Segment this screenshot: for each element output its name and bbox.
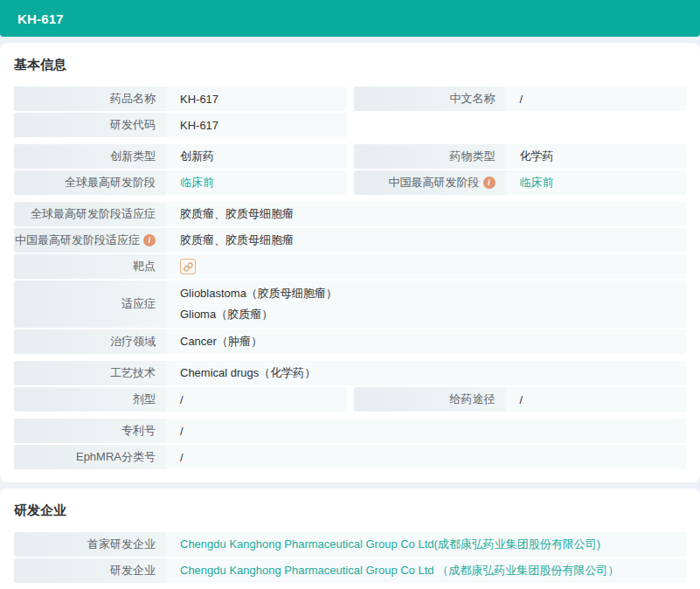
- developer-value: Chengdu Kanghong Pharmaceutical Group Co…: [166, 558, 686, 583]
- field-global-stage: 全球最高研发阶段 临床前: [14, 170, 347, 195]
- page-title: KH-617: [17, 11, 64, 26]
- table-row: 剂型 / 给药途径 /: [14, 387, 686, 412]
- china-stage-indication-label-text: 中国最高研发阶段适应症: [15, 232, 140, 248]
- basic-info-group-1: 药品名称 KH-617 中文名称 / 研发代码 KH-617: [14, 87, 686, 137]
- table-row: 首家研发企业 Chengdu Kanghong Pharmaceutical G…: [14, 532, 686, 557]
- field-drug-type: 药物类型 化学药: [354, 144, 687, 169]
- table-row: 靶点: [14, 254, 686, 279]
- basic-info-card: 基本信息 药品名称 KH-617 中文名称 / 研发代码 KH-617 创新类型: [0, 43, 700, 482]
- indication-line-1: Glioblastoma（胶质母细胞瘤）: [180, 283, 337, 304]
- target-value: [166, 254, 686, 279]
- developer-link[interactable]: Chengdu Kanghong Pharmaceutical Group Co…: [180, 563, 619, 579]
- table-row: 全球最高研发阶段适应症 胶质瘤、胶质母细胞瘤: [14, 202, 686, 226]
- first-developer-value: Chengdu Kanghong Pharmaceutical Group Co…: [166, 532, 686, 557]
- first-developer-label: 首家研发企业: [14, 532, 166, 557]
- china-stage-indication-value: 胶质瘤、胶质母细胞瘤: [166, 228, 686, 253]
- drug-name-label: 药品名称: [14, 87, 166, 111]
- patent-no-label: 专利号: [14, 419, 166, 443]
- basic-info-group-3: 全球最高研发阶段适应症 胶质瘤、胶质母细胞瘤 中国最高研发阶段适应症 i 胶质瘤…: [14, 202, 686, 354]
- companies-card: 研发企业 首家研发企业 Chengdu Kanghong Pharmaceuti…: [0, 489, 700, 589]
- indication-label: 适应症: [14, 281, 166, 328]
- table-row: 适应症 Glioblastoma（胶质母细胞瘤） Glioma（胶质瘤）: [14, 281, 686, 328]
- table-row: 全球最高研发阶段 临床前 中国最高研发阶段 i 临床前: [14, 170, 686, 195]
- route-label: 给药途径: [354, 387, 506, 412]
- basic-info-group-5: 专利号 / EphMRA分类号 /: [14, 419, 686, 469]
- basic-info-group-4: 工艺技术 Chemical drugs（化学药） 剂型 / 给药途径 /: [14, 361, 686, 412]
- drug-type-label: 药物类型: [354, 144, 506, 169]
- field-target: 靶点: [14, 254, 686, 279]
- field-innovation-type: 创新类型 创新药: [14, 144, 347, 169]
- field-process-tech: 工艺技术 Chemical drugs（化学药）: [14, 361, 686, 385]
- info-icon[interactable]: i: [143, 234, 156, 246]
- rd-code-value: KH-617: [166, 113, 347, 137]
- table-row: 中国最高研发阶段适应症 i 胶质瘤、胶质母细胞瘤: [14, 228, 686, 253]
- global-stage-indication-value: 胶质瘤、胶质母细胞瘤: [166, 202, 686, 226]
- innovation-type-value: 创新药: [166, 144, 347, 169]
- drug-name-value: KH-617: [166, 87, 347, 111]
- indication-value: Glioblastoma（胶质母细胞瘤） Glioma（胶质瘤）: [166, 281, 686, 328]
- page-header: KH-617: [0, 0, 700, 37]
- basic-info-heading: 基本信息: [14, 57, 686, 73]
- dosage-form-label: 剂型: [14, 387, 166, 412]
- ephmra-value: /: [166, 445, 686, 469]
- field-china-stage: 中国最高研发阶段 i 临床前: [354, 170, 687, 195]
- therapy-area-label: 治疗领域: [14, 329, 166, 354]
- field-global-stage-indication: 全球最高研发阶段适应症 胶质瘤、胶质母细胞瘤: [14, 202, 686, 226]
- table-row: 药品名称 KH-617 中文名称 /: [14, 87, 686, 111]
- china-stage-indication-label: 中国最高研发阶段适应症 i: [14, 228, 166, 253]
- basic-info-group-2: 创新类型 创新药 药物类型 化学药 全球最高研发阶段 临床前 中国最高研发阶段 …: [14, 144, 686, 195]
- companies-heading: 研发企业: [14, 502, 686, 519]
- field-developer: 研发企业 Chengdu Kanghong Pharmaceutical Gro…: [14, 558, 686, 583]
- field-indication: 适应症 Glioblastoma（胶质母细胞瘤） Glioma（胶质瘤）: [14, 281, 686, 328]
- field-ephmra: EphMRA分类号 /: [14, 445, 686, 469]
- target-link-icon[interactable]: [180, 259, 196, 274]
- cn-name-value: /: [506, 87, 687, 111]
- global-stage-link[interactable]: 临床前: [180, 175, 214, 191]
- field-route: 给药途径 /: [354, 387, 687, 412]
- global-stage-label: 全球最高研发阶段: [14, 170, 166, 195]
- field-rd-code: 研发代码 KH-617: [14, 113, 347, 137]
- empty-cell: [354, 113, 687, 137]
- china-stage-link[interactable]: 临床前: [520, 175, 554, 191]
- drug-type-value: 化学药: [506, 144, 687, 169]
- process-tech-value: Chemical drugs（化学药）: [166, 361, 686, 385]
- therapy-area-value: Cancer（肿瘤）: [166, 329, 686, 354]
- dosage-form-value: /: [166, 387, 347, 412]
- china-stage-value: 临床前: [506, 170, 687, 195]
- table-row: 专利号 /: [14, 419, 686, 443]
- global-stage-indication-label: 全球最高研发阶段适应症: [14, 202, 166, 226]
- developer-label: 研发企业: [14, 558, 166, 583]
- route-value: /: [506, 387, 687, 412]
- rd-code-label: 研发代码: [14, 113, 166, 137]
- field-patent-no: 专利号 /: [14, 419, 686, 443]
- table-row: 创新类型 创新药 药物类型 化学药: [14, 144, 686, 169]
- china-stage-label: 中国最高研发阶段 i: [354, 170, 506, 195]
- indication-line-2: Glioma（胶质瘤）: [180, 304, 273, 325]
- process-tech-label: 工艺技术: [14, 361, 166, 385]
- field-drug-name: 药品名称 KH-617: [14, 87, 347, 111]
- table-row: 治疗领域 Cancer（肿瘤）: [14, 329, 686, 354]
- field-cn-name: 中文名称 /: [354, 87, 687, 111]
- field-china-stage-indication: 中国最高研发阶段适应症 i 胶质瘤、胶质母细胞瘤: [14, 228, 686, 253]
- table-row: 工艺技术 Chemical drugs（化学药）: [14, 361, 686, 385]
- field-dosage-form: 剂型 /: [14, 387, 347, 412]
- innovation-type-label: 创新类型: [14, 144, 166, 169]
- field-therapy-area: 治疗领域 Cancer（肿瘤）: [14, 329, 686, 354]
- cn-name-label: 中文名称: [354, 87, 506, 111]
- table-row: 研发企业 Chengdu Kanghong Pharmaceutical Gro…: [14, 558, 686, 583]
- table-row: 研发代码 KH-617: [14, 113, 686, 137]
- first-developer-link[interactable]: Chengdu Kanghong Pharmaceutical Group Co…: [180, 537, 600, 552]
- patent-no-value: /: [166, 419, 686, 443]
- ephmra-label: EphMRA分类号: [14, 445, 166, 469]
- china-stage-label-text: 中国最高研发阶段: [389, 175, 480, 191]
- global-stage-value: 临床前: [166, 170, 347, 195]
- table-row: EphMRA分类号 /: [14, 445, 686, 469]
- companies-group: 首家研发企业 Chengdu Kanghong Pharmaceutical G…: [14, 532, 686, 583]
- field-first-developer: 首家研发企业 Chengdu Kanghong Pharmaceutical G…: [14, 532, 686, 557]
- target-label: 靶点: [14, 254, 166, 279]
- info-icon[interactable]: i: [483, 177, 496, 189]
